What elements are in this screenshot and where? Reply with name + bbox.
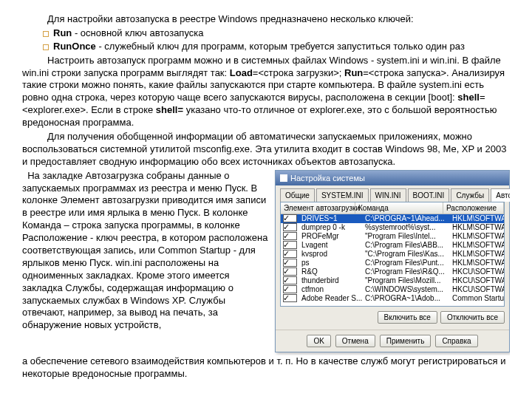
enable-all-button[interactable]: Включить все: [378, 311, 437, 324]
app-icon: [280, 174, 287, 182]
table-row[interactable]: kvsprod"C:\Program Files\Kas...HKLM\SOFT…: [281, 250, 504, 259]
tab-systemini[interactable]: SYSTEM.INI: [316, 188, 369, 202]
table-row[interactable]: R&QC:\Program Files\R&Q...HKCU\SOFTWARE\…: [281, 267, 504, 276]
cancel-button[interactable]: Отмена: [335, 335, 375, 347]
checkbox-icon[interactable]: [283, 294, 297, 302]
list-header: Элемент автозагрузки Команда Расположени…: [281, 202, 504, 214]
list-item: Run - основной ключ автозапуска: [43, 27, 510, 40]
checkbox-icon[interactable]: [283, 285, 297, 293]
checkbox-icon[interactable]: [283, 214, 297, 222]
table-row[interactable]: PROFeMgr"Program Files\Intel...HKLM\SOFT…: [281, 232, 504, 241]
table-row[interactable]: thunderbird"Program Files\Mozill...HKCU\…: [281, 276, 504, 285]
tab-startup[interactable]: Автозагрузка: [491, 188, 510, 202]
help-button[interactable]: Справка: [435, 335, 477, 347]
apply-button[interactable]: Применить: [380, 335, 432, 347]
checkbox-icon[interactable]: [283, 267, 297, 276]
table-row[interactable]: ctfmonC:\WINDOWS\system...HKCU\SOFTWARE\…: [281, 285, 504, 294]
keys-list: Run - основной ключ автозапуска RunOnce …: [22, 27, 510, 53]
paragraph-services: а обеспечение сетевого взаимодействия ко…: [22, 355, 510, 381]
dialog-title: Настройка системы: [290, 173, 365, 183]
dialog-titlebar[interactable]: Настройка системы: [276, 171, 509, 185]
intro-paragraph: Для настройки автозапуска в реестре Wind…: [22, 13, 510, 26]
ok-button[interactable]: OK: [307, 335, 330, 347]
tab-winini[interactable]: WIN.INI: [370, 188, 406, 202]
checkbox-icon[interactable]: [283, 241, 297, 249]
checkbox-icon[interactable]: [283, 259, 297, 267]
table-row[interactable]: LvagentC:\Program Files\ABB...HKLM\SOFTW…: [281, 241, 504, 250]
paragraph-msconfig: Для получения обобщенной информации об а…: [22, 131, 510, 168]
table-row[interactable]: Adobe Reader S...C:\PROGRA~1\Adob...Comm…: [281, 294, 504, 303]
table-row[interactable]: dumprep 0 -k%systemroot%\syst...HKLM\SOF…: [281, 223, 504, 232]
checkbox-icon[interactable]: [283, 250, 297, 258]
checkbox-icon[interactable]: [283, 276, 297, 284]
tab-general[interactable]: Общие: [280, 188, 315, 202]
dialog-tabs: Общие SYSTEM.INI WIN.INI BOOT.INI Службы…: [276, 185, 509, 202]
startup-list[interactable]: Элемент автозагрузки Команда Расположени…: [280, 202, 505, 307]
disable-all-button[interactable]: Отключить все: [440, 311, 505, 324]
checkbox-icon[interactable]: [283, 223, 297, 231]
msconfig-dialog: Настройка системы Общие SYSTEM.INI WIN.I…: [275, 170, 510, 352]
table-row[interactable]: psC:\Program Files\Punt...HKLM\SOFTWARE\…: [281, 259, 504, 267]
tab-bootini[interactable]: BOOT.INI: [408, 188, 450, 202]
paragraph-ini: Настроить автозапуск программ можно и в …: [22, 55, 510, 129]
checkbox-icon[interactable]: [283, 232, 297, 240]
list-item: RunOnce - служебный ключ для программ, к…: [43, 41, 510, 53]
tab-services[interactable]: Службы: [451, 188, 489, 202]
table-row[interactable]: DRIVES~1C:\PROGRA~1\Ahead...HKLM\SOFTWAR…: [281, 214, 504, 223]
